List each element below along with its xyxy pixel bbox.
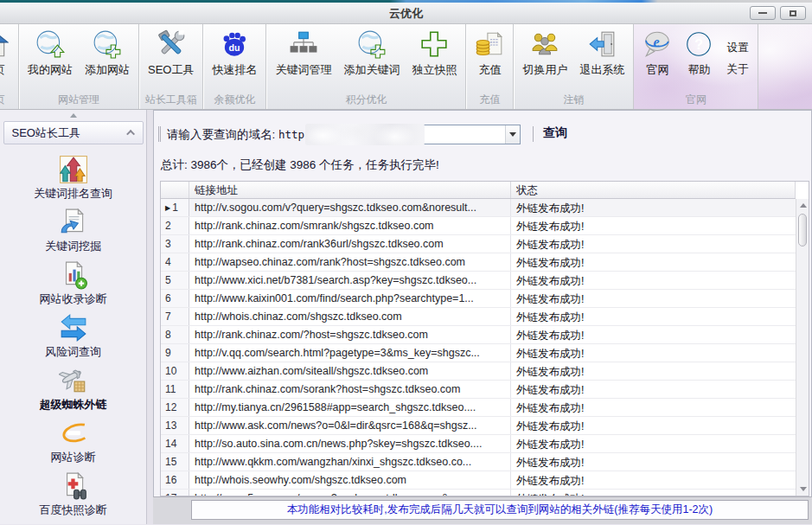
task-summary-text: 总计: 3986个，已经创建 3986 个任务，任务执行完毕! — [161, 157, 811, 173]
table-row[interactable]: 4http://wapseo.chinaz.com/rank?host=shgs… — [161, 253, 796, 272]
table-row[interactable]: 14http://so.auto.sina.com.cn/news.php?sk… — [161, 435, 796, 453]
domain-value[interactable] — [414, 125, 505, 144]
domain-combobox[interactable] — [413, 125, 521, 144]
ribbon-button-standalone-snapshot[interactable]: 独立快照 — [406, 26, 463, 92]
row-number-cell: 10 — [161, 362, 189, 380]
status-cell: 外链发布成功! — [511, 290, 796, 307]
globe-up-icon — [35, 29, 65, 59]
sidebar-item-super-spider-links[interactable]: 超级蜘蛛外链 — [40, 366, 107, 413]
row-number-cell: 17 — [161, 490, 189, 496]
footer-note-text: 本功能相对比较耗时,发布完成后隔几天就可以查询到网站的相关外链(推荐每天使用1-… — [287, 503, 713, 517]
table-row[interactable]: 8http://rank.chinaz.com/?host=shgszc.tdk… — [161, 326, 796, 344]
ribbon-group-label: 站长工具箱 — [139, 92, 202, 109]
table-row[interactable]: 10http://www.aizhan.com/siteall/shgszc.t… — [161, 362, 796, 381]
table-row[interactable]: 6http://www.kaixin001.com/find/search.ph… — [161, 290, 796, 308]
link-address-header[interactable]: 链接地址 — [189, 182, 511, 198]
table-row[interactable]: 16http://whois.seowhy.com/shgszc.tdkseo.… — [161, 471, 796, 490]
ribbon-group-buttons: 充值 — [466, 24, 513, 92]
table-row[interactable]: 12http://my.tianya.cn/2961588#app=search… — [161, 399, 796, 417]
row-number-header[interactable] — [161, 182, 189, 198]
row-number-cell: 16 — [161, 471, 189, 489]
sidebar-item-baidu-snapshot-diagnosis[interactable]: 百度快照诊断 — [40, 471, 107, 518]
ribbon-button-home[interactable]: 首页 — [0, 26, 15, 92]
ribbon-link-about[interactable]: 关于 — [726, 62, 748, 77]
plus-icon — [419, 29, 449, 59]
ribbon-button-seo-tools[interactable]: SEO工具 — [142, 26, 200, 92]
ribbon-group-site-mgmt: 我的网站添加网站网站管理 — [19, 24, 139, 109]
ribbon-button-help[interactable]: 帮助 — [678, 26, 719, 92]
table-row[interactable]: 7http://whois.chinaz.com/shgszc.tdkseo.c… — [161, 308, 796, 326]
ribbon-button-recharge[interactable]: 充值 — [469, 26, 510, 92]
ribbon-button-add-keyword[interactable]: 添加关键词 — [337, 26, 406, 92]
table-row[interactable]: 11http://rank.chinaz.com/sorank?host=shg… — [161, 381, 796, 399]
scrollbar-thumb[interactable] — [798, 214, 807, 246]
combobox-dropdown-button[interactable] — [505, 125, 520, 144]
ribbon-group-label: 首页 — [0, 92, 18, 109]
baidu-icon — [220, 29, 249, 59]
window-title: 云优化 — [0, 6, 812, 22]
ribbon-group-logout: 切换用户退出系统注销 — [514, 24, 634, 109]
table-row[interactable]: 13http://www.ask.com/news?o=0&l=dir&qsrc… — [161, 417, 796, 435]
ribbon-button-official-site[interactable]: 官网 — [636, 26, 678, 92]
ribbon-button-quick-rank[interactable]: 快速排名 — [206, 26, 263, 92]
sidebar-item-site-index-diagnosis[interactable]: 网站收录诊断 — [40, 260, 107, 307]
row-number-cell: 3 — [161, 235, 189, 253]
scrollbar-down-button[interactable] — [796, 483, 809, 496]
status-cell: 外链发布成功! — [511, 490, 796, 496]
content-column: 请输入要查询的域名: http:// 查询 总计: 3986个，已经创建 398… — [147, 110, 812, 524]
table-row[interactable]: 5http://www.xici.net/b7381/search.asp?ke… — [161, 272, 796, 290]
ribbon-button-my-site[interactable]: 我的网站 — [22, 26, 79, 92]
help-icon — [684, 29, 713, 59]
link-url-cell: http://www.qkkm.com/wangzhan/xinxi_shgsz… — [189, 453, 511, 471]
minimize-button[interactable] — [750, 6, 776, 20]
query-toolbar: 请输入要查询的域名: http:// 查询 — [154, 124, 811, 150]
query-button[interactable]: 查询 — [543, 125, 567, 141]
sidebar-header-seo-tools[interactable]: SEO站长工具 — [3, 121, 144, 144]
table-row[interactable]: ▶1http://v.sogou.com/v?query=shgszc.tdks… — [161, 199, 796, 217]
status-header[interactable]: 状态 — [511, 182, 796, 198]
ribbon-group-buttons: 首页 — [0, 24, 18, 92]
link-url-cell: http://www.ask.com/news?o=0&l=dir&qsrc=1… — [189, 417, 511, 434]
row-number-cell: 2 — [161, 217, 189, 234]
maximize-button[interactable] — [780, 6, 806, 20]
table-row[interactable]: 15http://www.qkkm.com/wangzhan/xinxi_shg… — [161, 453, 796, 471]
sidebar-item-keyword-mining[interactable]: 关键词挖掘 — [45, 208, 101, 254]
ribbon-button-switch-user[interactable]: 切换用户 — [516, 26, 573, 92]
row-number-cell: 14 — [161, 435, 189, 452]
ribbon-group-label: 充值 — [466, 92, 513, 109]
scrollbar-up-button[interactable] — [796, 199, 809, 212]
table-row[interactable]: 17http://www.5c.com.cn/s.aspx?q=shgszc.t… — [161, 490, 796, 496]
table-row[interactable]: 9http://v.qq.com/search.html?pagetype=3&… — [161, 344, 796, 362]
footer-note-box: 本功能相对比较耗时,发布完成后隔几天就可以查询到网站的相关外链(推荐每天使用1-… — [191, 500, 809, 520]
link-url-cell: http://rank.chinaz.com/?host=shgszc.tdks… — [189, 326, 511, 343]
status-cell: 外链发布成功! — [511, 471, 796, 489]
sidebar-item-label: 关键词排名查询 — [34, 186, 112, 202]
row-number-cell: 4 — [161, 253, 189, 271]
status-cell: 外链发布成功! — [511, 217, 796, 234]
ribbon-button-label: SEO工具 — [148, 62, 194, 78]
table-row[interactable]: 3http://rank.chinaz.com/rank36url/shgszc… — [161, 235, 796, 253]
users-icon — [530, 29, 559, 59]
ribbon-button-add-site[interactable]: 添加网站 — [79, 26, 136, 92]
sidebar-item-risk-word-query[interactable]: 风险词查询 — [45, 313, 101, 360]
ribbon-button-keyword-mgmt[interactable]: 关键词管理 — [269, 26, 337, 92]
link-url-cell: http://www.xici.net/b7381/search.asp?key… — [189, 272, 511, 289]
vertical-scrollbar[interactable] — [796, 199, 809, 496]
row-number-cell: ▶1 — [161, 199, 189, 216]
ribbon-button-exit-system[interactable]: 退出系统 — [573, 26, 630, 92]
ribbon-link-settings[interactable]: 设置 — [726, 41, 748, 55]
sidebar-item-keyword-rank-query[interactable]: 关键词排名查询 — [34, 155, 112, 202]
status-cell: 外链发布成功! — [511, 417, 796, 434]
sidebar-item-site-diagnosis[interactable]: 网站诊断 — [51, 419, 96, 465]
ribbon-group-buttons: 我的网站添加网站 — [19, 24, 138, 92]
status-cell: 外链发布成功! — [511, 272, 796, 289]
row-number-cell: 15 — [161, 453, 189, 471]
ribbon-button-label: 快速排名 — [212, 62, 257, 78]
mining-doc-icon — [59, 208, 88, 237]
ie-bubble-icon — [643, 29, 672, 59]
link-url-cell: http://www.kaixin001.com/find/search.php… — [189, 290, 511, 307]
ribbon-group-label: 网站管理 — [19, 92, 138, 109]
sidebar-scroll-up[interactable] — [0, 110, 146, 121]
table-row[interactable]: 2http://rank.chinaz.com/smrank/shgszc.td… — [161, 217, 796, 235]
status-cell: 外链发布成功! — [511, 381, 796, 398]
